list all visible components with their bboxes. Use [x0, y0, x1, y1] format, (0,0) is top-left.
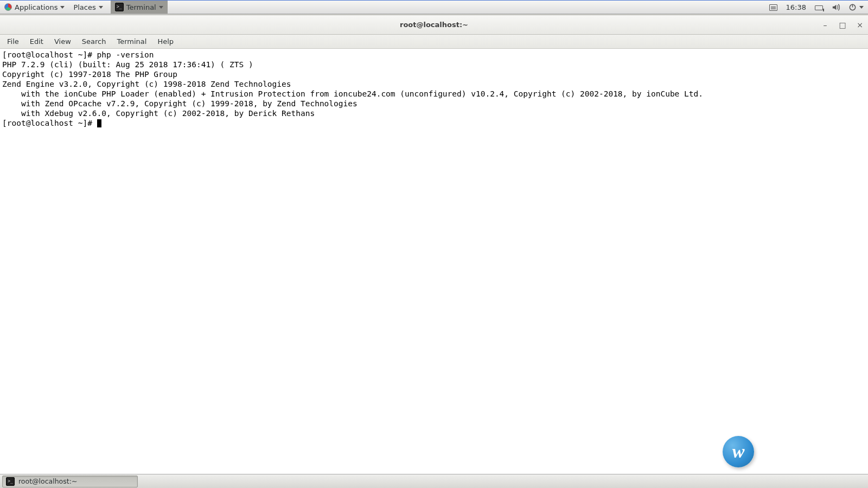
- caret-down-icon: [60, 6, 65, 9]
- output-line: with the ionCube PHP Loader (enabled) + …: [2, 89, 703, 98]
- volume-icon: [832, 3, 840, 11]
- minimize-button[interactable]: –: [820, 21, 830, 29]
- menu-search[interactable]: Search: [77, 36, 111, 47]
- applications-menu[interactable]: Applications: [0, 1, 69, 14]
- output-line: with Zend OPcache v7.2.9, Copyright (c) …: [2, 99, 358, 108]
- top-panel-right: 16:38: [765, 1, 868, 14]
- menu-help[interactable]: Help: [152, 36, 178, 47]
- places-label: Places: [73, 3, 95, 11]
- menu-view[interactable]: View: [49, 36, 76, 47]
- prompt: [root@localhost ~]#: [2, 50, 97, 59]
- applications-label: Applications: [15, 3, 58, 11]
- output-line: with Xdebug v2.6.0, Copyright (c) 2002-2…: [2, 109, 315, 118]
- distro-logo-icon: [4, 3, 12, 11]
- appmenu-terminal[interactable]: Terminal: [111, 1, 168, 14]
- taskbar-item-label: root@localhost:~: [18, 477, 77, 485]
- window-title: root@localhost:~: [400, 21, 468, 29]
- gnome-bottom-panel: root@localhost:~: [0, 474, 868, 488]
- menu-file[interactable]: File: [2, 36, 24, 47]
- caret-down-icon: [859, 6, 864, 9]
- window-titlebar[interactable]: root@localhost:~ – □ ×: [0, 15, 868, 35]
- menubar: File Edit View Search Terminal Help: [0, 35, 868, 49]
- clock-text: 16:38: [786, 3, 806, 11]
- battery-icon: [815, 5, 823, 10]
- terminal-icon: [115, 3, 124, 11]
- maximize-button[interactable]: □: [838, 21, 847, 29]
- clock[interactable]: 16:38: [782, 1, 810, 14]
- places-menu[interactable]: Places: [69, 1, 107, 14]
- battery-indicator[interactable]: [810, 1, 827, 14]
- terminal-icon: [6, 477, 15, 486]
- menu-edit[interactable]: Edit: [25, 36, 48, 47]
- terminal-window: root@localhost:~ – □ × File Edit View Se…: [0, 15, 868, 474]
- prompt: [root@localhost ~]#: [2, 119, 97, 127]
- caret-down-icon: [99, 6, 103, 9]
- power-icon: [848, 3, 857, 11]
- menu-terminal[interactable]: Terminal: [112, 36, 151, 47]
- terminal-viewport[interactable]: [root@localhost ~]# php -version PHP 7.2…: [0, 49, 868, 474]
- close-button[interactable]: ×: [855, 21, 865, 29]
- window-controls: – □ ×: [820, 15, 865, 34]
- keyboard-icon: [769, 4, 777, 11]
- top-panel-left: Applications Places Terminal: [0, 1, 168, 14]
- keyboard-indicator[interactable]: [765, 1, 782, 14]
- output-line: PHP 7.2.9 (cli) (built: Aug 25 2018 17:3…: [2, 60, 253, 69]
- output-line: Zend Engine v3.2.0, Copyright (c) 1998-2…: [2, 80, 291, 88]
- gnome-top-panel: Applications Places Terminal 16:38: [0, 0, 868, 14]
- appmenu-label: Terminal: [126, 3, 156, 11]
- output-line: Copyright (c) 1997-2018 The PHP Group: [2, 70, 177, 79]
- caret-down-icon: [159, 6, 163, 9]
- volume-indicator[interactable]: [827, 1, 844, 14]
- taskbar-item-terminal[interactable]: root@localhost:~: [2, 476, 138, 487]
- cursor-icon: [97, 119, 101, 127]
- command-text: php -version: [97, 50, 154, 59]
- power-menu[interactable]: [844, 1, 868, 14]
